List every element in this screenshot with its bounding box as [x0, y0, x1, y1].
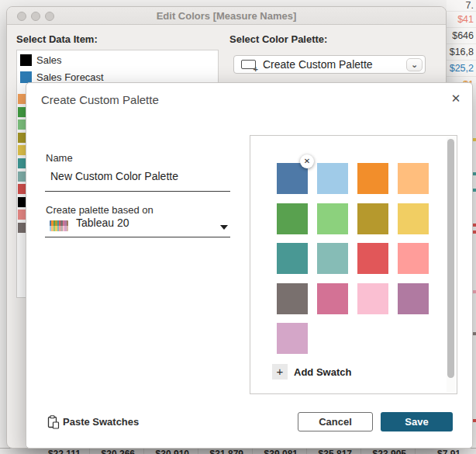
background-fragment — [473, 332, 476, 335]
background-fragment — [473, 138, 476, 141]
palette-swatch[interactable] — [398, 243, 429, 274]
window-title: Edit Colors [Measure Names] — [7, 7, 446, 25]
palette-swatch[interactable] — [357, 163, 388, 194]
background-fragment — [473, 290, 476, 293]
data-item-row-sales[interactable]: Sales — [17, 54, 218, 68]
table-value: $16,8 — [447, 44, 476, 61]
background-fragment — [473, 224, 476, 227]
palette-icon-cell — [67, 220, 68, 226]
scrollbar-track — [447, 137, 455, 392]
based-on-select-value[interactable]: Tableau 20 — [76, 217, 129, 229]
swatch-panel: ✕ + Add Swatch — [250, 135, 457, 394]
palette-swatch[interactable] — [398, 283, 429, 314]
scrollbar-thumb[interactable] — [447, 139, 454, 378]
save-button[interactable]: Save — [381, 412, 453, 431]
table-cell-value: $20,266 — [90, 449, 135, 454]
table-value: $25,2 — [447, 61, 476, 77]
input-underline — [45, 191, 230, 192]
background-fragment — [473, 189, 476, 192]
dialog-title: Create Custom Palette — [41, 93, 159, 106]
table-cell-value: $39,081 — [253, 449, 298, 454]
add-swatch-label: Add Swatch — [294, 366, 351, 378]
palette-swatch[interactable] — [398, 163, 429, 194]
create-custom-palette-dialog: Create Custom Palette ✕ Name New Custom … — [26, 82, 473, 449]
dropdown-caret-icon[interactable] — [220, 225, 228, 230]
palette-swatch[interactable] — [357, 243, 388, 274]
plus-icon: + — [272, 364, 288, 379]
chevron-down-icon[interactable]: ⌄ — [406, 58, 423, 71]
background-fragment — [473, 172, 476, 175]
background-table-values-right: 7. $41 $646 $16,8 $25,2 $1 — [447, 0, 476, 83]
color-chip — [20, 71, 32, 83]
screen: 7. $41 $646 $16,8 $25,2 $1 $22,111$20,26… — [0, 0, 476, 454]
palette-swatch[interactable] — [317, 203, 348, 234]
color-palette-dropdown[interactable]: + Create Custom Palette ⌄ — [233, 55, 426, 74]
create-palette-icon: + — [241, 60, 256, 69]
palette-swatch[interactable] — [317, 243, 348, 274]
palette-swatch[interactable] — [357, 283, 388, 314]
palette-name-input[interactable]: New Custom Color Palette — [50, 170, 178, 182]
cancel-button[interactable]: Cancel — [298, 412, 373, 431]
table-cell-value: $22,111 — [36, 449, 81, 454]
palette-dropdown-value: Create Custom Palette — [263, 56, 373, 74]
tableau20-palette-icon — [50, 220, 68, 231]
delete-swatch-button[interactable]: ✕ — [300, 154, 314, 168]
palette-swatch[interactable] — [357, 203, 388, 234]
plus-icon: + — [254, 65, 258, 73]
color-chip — [20, 54, 32, 66]
table-cell-value: $31,879 — [198, 449, 243, 454]
palette-swatch[interactable] — [398, 203, 429, 234]
table-value: $646 — [447, 28, 476, 44]
data-item-label: Sales — [36, 54, 62, 67]
background-table-row-bottom: $22,111$20,266$30,910$31,879$39,081$35,8… — [0, 448, 476, 454]
dialog-titlebar: Edit Colors [Measure Names] — [7, 7, 446, 25]
select-data-item-label: Select Data Item: — [16, 33, 98, 45]
table-cell-value: $23,905 — [361, 449, 406, 454]
based-on-label: Create palette based on — [46, 204, 153, 216]
table-cell-value: $30,910 — [144, 449, 189, 454]
close-icon[interactable]: ✕ — [448, 91, 464, 106]
table-value: 7. — [447, 0, 476, 12]
name-label: Name — [46, 152, 73, 164]
table-cell-value: $7,91 — [416, 449, 460, 454]
palette-icon-cell — [67, 226, 68, 231]
palette-swatch[interactable] — [277, 203, 308, 234]
clipboard-icon — [47, 415, 60, 432]
background-fragment — [473, 230, 476, 234]
paste-swatches-label: Paste Swatches — [63, 416, 139, 428]
palette-swatch[interactable] — [277, 283, 308, 314]
palette-swatch[interactable] — [277, 243, 308, 274]
background-fragment — [473, 419, 476, 422]
palette-swatch[interactable] — [317, 163, 348, 194]
select-color-palette-label: Select Color Palette: — [229, 33, 327, 45]
select-underline — [45, 237, 230, 237]
table-value: $41 — [447, 12, 476, 28]
palette-swatch[interactable] — [317, 283, 348, 314]
table-cell-value: $35,817 — [307, 449, 352, 454]
palette-swatch[interactable] — [277, 323, 308, 354]
